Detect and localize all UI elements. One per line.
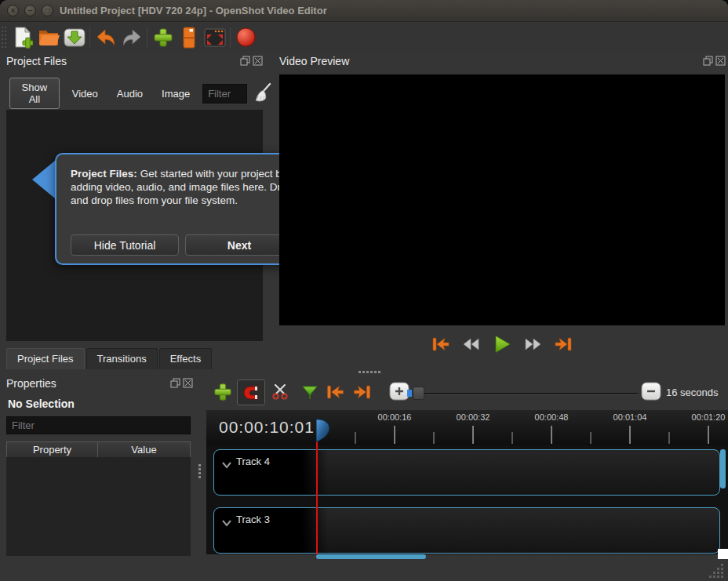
float-panel-icon[interactable] xyxy=(170,378,180,388)
track-row[interactable]: Track 4 xyxy=(213,449,720,496)
marker-icon xyxy=(301,384,318,400)
plus-icon xyxy=(213,383,232,401)
ruler-label: 00:01:20 xyxy=(692,412,726,422)
vertical-splitter-handle[interactable] xyxy=(198,464,201,478)
window-title: Untitled Project [HDV 720 24p] - OpenSho… xyxy=(60,5,327,16)
ruler-tick xyxy=(708,426,709,444)
tab-effects[interactable]: Effects xyxy=(159,348,213,369)
razor-tool-button[interactable] xyxy=(269,381,291,403)
open-project-button[interactable] xyxy=(35,25,61,50)
next-marker-icon xyxy=(351,383,373,401)
import-files-button[interactable] xyxy=(150,25,176,50)
close-window-button[interactable]: × xyxy=(7,5,19,16)
new-project-button[interactable] xyxy=(9,25,35,50)
tab-project-files[interactable]: Project Files xyxy=(6,348,85,369)
timeline-vertical-scrollbar[interactable] xyxy=(720,449,726,488)
grip-dots-icon xyxy=(2,26,8,49)
toolbar-drag-handle[interactable] xyxy=(0,26,9,49)
video-preview-title: Video Preview xyxy=(279,55,349,67)
add-track-button[interactable] xyxy=(212,381,234,403)
tutorial-text: Project Files:Get started with your proj… xyxy=(71,167,293,207)
playhead-icon xyxy=(315,419,331,442)
ruler-tick xyxy=(551,426,552,444)
ruler-label: 00:00:32 xyxy=(457,412,490,422)
zoom-slider[interactable] xyxy=(417,393,638,395)
rewind-button[interactable] xyxy=(460,334,483,354)
track-menu-chevron-icon[interactable] xyxy=(221,516,232,530)
ruler-tick xyxy=(394,426,395,444)
zoom-out-icon xyxy=(641,382,661,401)
add-marker-button[interactable] xyxy=(299,381,321,403)
timeline-panel: 16 seconds 00:00:10:01 00:00:16 00:00:32… xyxy=(206,376,728,559)
redo-button[interactable] xyxy=(118,25,144,50)
close-panel-icon[interactable] xyxy=(715,56,726,66)
fast-forward-button[interactable] xyxy=(521,334,544,354)
ruler-tick xyxy=(472,426,474,444)
minimize-window-button[interactable]: − xyxy=(24,5,36,16)
resize-grip-icon xyxy=(708,563,726,580)
properties-panel-title: Properties xyxy=(6,377,56,390)
playhead-time-display: 00:00:10:01 xyxy=(219,418,315,437)
column-header-property[interactable]: Property xyxy=(6,441,98,458)
ruler-tick xyxy=(511,432,513,444)
properties-filter-input[interactable] xyxy=(6,416,191,434)
magnet-icon xyxy=(242,384,260,401)
playhead-line xyxy=(316,438,318,554)
main-toolbar xyxy=(0,23,728,52)
horizontal-splitter-handle[interactable] xyxy=(359,371,380,373)
snapping-toggle-button[interactable] xyxy=(237,379,265,405)
previous-marker-button[interactable] xyxy=(324,381,346,403)
zoom-slider-tick xyxy=(407,390,412,397)
tab-transitions[interactable]: Transitions xyxy=(86,348,158,369)
jump-to-start-button[interactable] xyxy=(429,334,453,354)
project-files-filter-input[interactable] xyxy=(202,84,247,103)
new-file-icon xyxy=(13,27,33,49)
export-video-button[interactable] xyxy=(233,25,259,50)
choose-profile-button[interactable] xyxy=(176,25,202,50)
zoom-slider-handle[interactable] xyxy=(413,387,424,400)
zoom-out-button[interactable] xyxy=(641,382,661,401)
clear-filter-broom-icon[interactable] xyxy=(253,82,272,105)
save-project-button[interactable] xyxy=(61,25,87,50)
filter-image-button[interactable]: Image xyxy=(155,85,196,103)
jump-to-end-button[interactable] xyxy=(551,334,575,354)
undo-icon xyxy=(96,28,116,47)
track-row[interactable]: Track 3 xyxy=(213,507,720,554)
undo-button[interactable] xyxy=(93,25,118,50)
project-files-panel-title: Project Files xyxy=(6,55,67,67)
toolbar-separator xyxy=(230,27,231,48)
play-button[interactable] xyxy=(490,334,514,354)
video-preview-display xyxy=(279,74,725,325)
save-icon xyxy=(64,27,86,48)
tutorial-popup: Project Files:Get started with your proj… xyxy=(55,153,304,265)
video-preview-panel: Video Preview xyxy=(276,52,728,369)
float-panel-icon[interactable] xyxy=(703,56,713,66)
zoom-scale-label: 16 seconds xyxy=(666,387,719,398)
maximize-window-button[interactable]: □ xyxy=(42,5,53,16)
float-panel-icon[interactable] xyxy=(240,56,250,66)
track-menu-chevron-icon[interactable] xyxy=(221,458,232,472)
playhead-marker[interactable] xyxy=(315,419,331,445)
next-marker-button[interactable] xyxy=(351,381,373,403)
column-header-value[interactable]: Value xyxy=(98,441,191,458)
close-panel-icon[interactable] xyxy=(183,378,193,388)
window-resize-grip[interactable] xyxy=(708,563,726,581)
close-panel-icon[interactable] xyxy=(253,56,263,66)
ruler-label: 00:01:04 xyxy=(613,412,647,422)
scrollbar-corner xyxy=(718,549,728,559)
window-controls: × − □ xyxy=(7,5,53,16)
fullscreen-button[interactable] xyxy=(202,25,228,50)
ruler-tick xyxy=(629,426,631,444)
ruler-tick xyxy=(590,432,592,444)
filter-video-button[interactable]: Video xyxy=(66,85,104,103)
tutorial-heading: Project Files: xyxy=(71,168,137,180)
jump-end-icon xyxy=(553,336,573,353)
filter-show-all-button[interactable]: Show All xyxy=(9,78,60,109)
rewind-icon xyxy=(462,337,481,351)
timeline-horizontal-scrollbar[interactable] xyxy=(316,554,426,559)
toolbar-separator xyxy=(147,27,147,48)
hide-tutorial-button[interactable]: Hide Tutorial xyxy=(71,234,179,256)
tutorial-arrow xyxy=(32,161,55,198)
filter-audio-button[interactable]: Audio xyxy=(111,85,149,103)
ruler-tick xyxy=(668,432,670,444)
